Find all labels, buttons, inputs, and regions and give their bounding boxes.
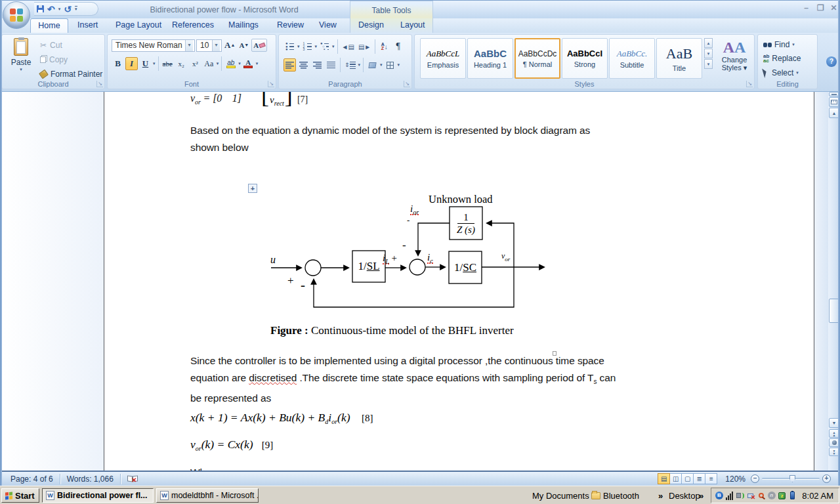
customize-qat-icon[interactable]: ▾ [75, 6, 77, 12]
print-layout-view-button[interactable]: ▤ [658, 473, 670, 484]
style-strong[interactable]: AaBbCcI Strong [562, 38, 608, 79]
styles-gallery-down-icon[interactable]: ▼ [704, 49, 713, 58]
restore-button[interactable]: ❐ [815, 4, 826, 13]
draft-view-button[interactable]: ≡ [705, 473, 717, 484]
style-normal[interactable]: AaBbCcDc ¶ Normal [514, 38, 560, 79]
styles-gallery-expand-icon[interactable]: ▼ [704, 59, 713, 69]
tab-layout[interactable]: Layout [394, 18, 432, 33]
sort-button[interactable]: AZ↓ [378, 40, 390, 53]
line-spacing-button[interactable]: ⇕ [343, 58, 357, 72]
tab-mailings[interactable]: Mailings [222, 18, 265, 33]
numbering-button[interactable]: 123 [301, 40, 314, 53]
font-family-combobox[interactable]: Times New Roman▾ [112, 39, 195, 52]
tab-review[interactable]: Review [270, 18, 310, 33]
minimize-button[interactable]: – [801, 4, 812, 13]
paste-button[interactable]: Paste ▾ [6, 38, 36, 79]
change-case-dropdown-icon[interactable]: ▾ [217, 61, 219, 66]
cut-button[interactable]: ✂ Cut [40, 41, 62, 50]
tab-design[interactable]: Design [352, 18, 390, 33]
network-disconnected-icon[interactable]: ✕ [746, 492, 755, 500]
clock[interactable]: 8:02 AM [802, 491, 833, 501]
increase-indent-button[interactable]: ▤► [357, 40, 372, 53]
replace-button[interactable]: abac Replace [763, 54, 801, 63]
clipboard-dialog-launcher-icon[interactable]: ↘ [96, 81, 103, 87]
battery-icon[interactable] [788, 492, 797, 500]
paragraph-dialog-launcher-icon[interactable]: ↘ [404, 81, 410, 87]
style-emphasis[interactable]: AaBbCcL Emphasis [420, 38, 466, 79]
power-scheme-icon[interactable]: z [778, 492, 786, 500]
signal-strength-icon[interactable] [725, 492, 734, 500]
font-color-dropdown-icon[interactable]: ▾ [256, 61, 259, 66]
highlight-button[interactable]: ab [224, 57, 237, 70]
shading-button[interactable] [366, 58, 379, 72]
bullets-button[interactable]: ●●● [284, 40, 296, 53]
shrink-font-button[interactable]: A▼ [238, 39, 250, 52]
undo-dropdown-icon[interactable]: ▾ [58, 7, 61, 12]
toolbar-chevron-1[interactable]: » [655, 488, 666, 503]
taskbar-task-modeldtbhfl[interactable]: W modeldtbhfl - Microsoft ... [156, 488, 259, 503]
search-utility-icon[interactable] [757, 492, 765, 500]
style-title[interactable]: AaB Title [656, 38, 702, 79]
help-icon[interactable]: ? [826, 56, 837, 67]
bold-button[interactable]: B [112, 57, 124, 70]
styles-dialog-launcher-icon[interactable]: ↘ [746, 81, 753, 87]
tab-insert[interactable]: Insert [71, 18, 104, 33]
justify-button[interactable] [325, 58, 337, 72]
styles-gallery-up-icon[interactable]: ▲ [704, 38, 713, 48]
select-button[interactable]: Select▾ [763, 68, 801, 77]
tab-references[interactable]: References [165, 18, 220, 33]
align-right-button[interactable] [311, 58, 324, 72]
subscript-button[interactable]: x₂ [175, 57, 188, 70]
page-indicator[interactable]: Page: 4 of 6 [4, 474, 60, 484]
tab-page-layout[interactable]: Page Layout [109, 18, 168, 33]
repeat-icon[interactable]: ↺ [64, 5, 72, 14]
highlight-dropdown-icon[interactable]: ▾ [238, 61, 241, 66]
multilevel-list-button[interactable]: ●○▪ [318, 40, 331, 53]
superscript-button[interactable]: x² [189, 57, 201, 70]
clear-formatting-button[interactable]: A [251, 39, 267, 52]
show-hide-pilcrow-button[interactable]: ¶ [392, 40, 404, 53]
taskbar-bluetooth-folder[interactable]: Bluetooth [588, 488, 642, 503]
word-count[interactable]: Words: 1,066 [60, 474, 121, 484]
italic-button[interactable]: I [125, 57, 138, 70]
copy-button[interactable]: Copy [40, 55, 68, 64]
font-color-button[interactable]: A [242, 57, 255, 70]
tab-view[interactable]: View [312, 18, 343, 33]
zoom-slider-thumb[interactable] [789, 475, 795, 482]
font-size-combobox[interactable]: 10▾ [196, 39, 222, 52]
toolbar-chevron-2[interactable]: » [696, 488, 707, 503]
save-icon[interactable] [37, 5, 44, 12]
document-canvas[interactable]: vor = [0 1] [ · vrect ] [7] Based on the… [0, 92, 840, 471]
zoom-out-button[interactable]: – [751, 474, 759, 483]
align-center-button[interactable] [297, 58, 310, 72]
full-screen-reading-view-button[interactable]: ◫ [669, 473, 682, 484]
proofing-status[interactable]: ✕ [121, 474, 145, 484]
style-subtitle[interactable]: AaBbCc. Subtitle [609, 38, 655, 79]
zoom-level[interactable]: 120% [725, 474, 746, 484]
underline-button[interactable]: U [139, 57, 152, 70]
borders-button[interactable] [384, 58, 396, 72]
change-case-button[interactable]: Aa [203, 57, 215, 70]
decrease-indent-button[interactable]: ◄▤ [341, 40, 356, 53]
find-button[interactable]: Find▾ [763, 40, 801, 49]
office-button[interactable] [3, 1, 30, 29]
font-dialog-launcher-icon[interactable]: ↘ [268, 81, 274, 87]
underline-dropdown-icon[interactable]: ▾ [153, 61, 156, 66]
zoom-in-button[interactable]: + [822, 474, 831, 483]
audio-device-icon[interactable] [736, 492, 744, 500]
outline-view-button[interactable]: ≣ [693, 473, 705, 484]
tab-home[interactable]: Home [30, 18, 68, 33]
strikethrough-button[interactable]: abe [161, 57, 174, 70]
table-move-handle[interactable]: + [248, 184, 257, 193]
web-layout-view-button[interactable]: ▢ [681, 473, 694, 484]
taskbar-my-documents[interactable]: My Documents [529, 488, 593, 503]
align-left-button[interactable] [284, 58, 296, 72]
undo-icon[interactable]: ↶ [47, 5, 55, 14]
format-painter-button[interactable]: Format Painter [40, 70, 102, 79]
change-styles-button[interactable]: AA Change Styles ▾ [715, 39, 753, 72]
grow-font-button[interactable]: A▲ [223, 39, 236, 52]
start-button[interactable]: Start [1, 488, 39, 503]
style-heading1[interactable]: AaBbC Heading 1 [467, 38, 513, 79]
taskbar-task-bidirectional[interactable]: W Bidirectional power fl... [42, 488, 154, 503]
n-utility-icon[interactable]: n [767, 492, 776, 500]
